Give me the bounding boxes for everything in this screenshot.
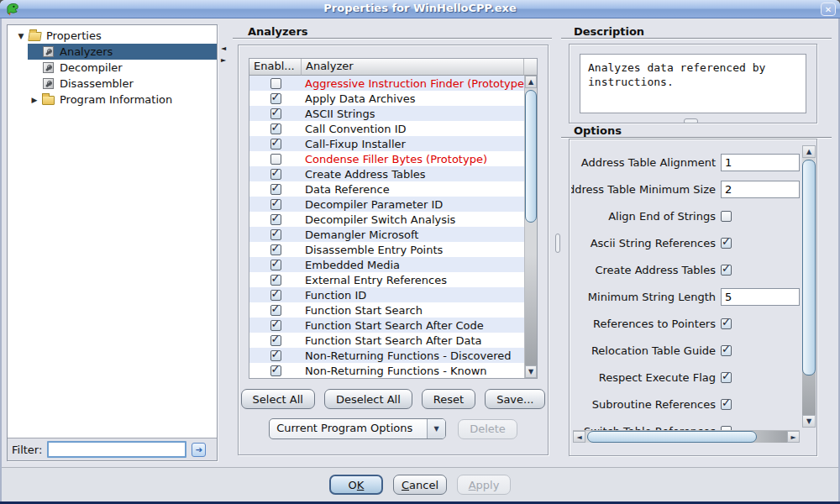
reset-button[interactable]: Reset: [422, 389, 475, 409]
option-checkbox[interactable]: [721, 238, 732, 249]
option-input[interactable]: [721, 154, 800, 171]
analyzer-enabled-checkbox[interactable]: [270, 78, 281, 89]
close-icon[interactable]: ✕: [821, 3, 836, 16]
analyzer-enabled-checkbox[interactable]: [270, 335, 281, 346]
save-button[interactable]: Save...: [485, 389, 545, 409]
options-horizontal-scrollbar[interactable]: ◄ ►: [573, 430, 800, 443]
analyzer-enabled-checkbox[interactable]: [270, 108, 281, 119]
analyzer-row[interactable]: Decompiler Parameter ID: [249, 197, 524, 212]
options-vertical-scrollbar[interactable]: ▲ ▼: [802, 145, 816, 428]
analyzer-row[interactable]: Embedded Media: [249, 257, 524, 272]
table-vertical-scrollbar[interactable]: ▲ ▼: [524, 76, 537, 378]
analyzer-row[interactable]: Function Start Search After Data: [249, 333, 524, 348]
analyzer-icon: [41, 45, 56, 58]
option-input[interactable]: [721, 288, 800, 306]
options-configuration-combobox[interactable]: Current Program Options ▼: [269, 418, 446, 439]
analyzer-name: Non-Returning Functions - Discovered: [302, 349, 524, 362]
table-scroll-track[interactable]: [525, 88, 537, 365]
analyzer-row[interactable]: Function Start Search After Code: [249, 318, 524, 333]
column-header-analyzer[interactable]: Analyzer: [302, 59, 524, 76]
analyzer-enabled-checkbox[interactable]: [270, 365, 281, 376]
analyzer-enabled-checkbox[interactable]: [270, 184, 281, 195]
analyzer-row[interactable]: Function ID: [249, 287, 524, 302]
option-label: Align End of Strings: [608, 210, 716, 223]
tree-node[interactable]: Disassembler: [8, 76, 217, 92]
select-all-button[interactable]: Select All: [241, 389, 315, 409]
delete-button[interactable]: Delete: [458, 419, 517, 439]
analyzer-name: Non-Returning Functions - Known: [302, 365, 524, 377]
option-row: Relocation Table Guide: [571, 337, 801, 364]
tree-node[interactable]: Decompiler: [8, 60, 217, 76]
analyzer-row[interactable]: Create Address Tables: [249, 166, 524, 181]
option-checkbox[interactable]: [721, 399, 732, 410]
analyzer-enabled-checkbox[interactable]: [270, 199, 281, 210]
options-hscroll-thumb[interactable]: [587, 431, 757, 443]
column-header-enabled[interactable]: Enabl...: [249, 59, 302, 76]
filter-config-icon[interactable]: ➔: [192, 443, 206, 457]
analyzer-row[interactable]: Aggressive Instruction Finder (Prototype…: [249, 76, 524, 91]
analyzer-row[interactable]: Non-Returning Functions - Discovered: [249, 348, 524, 363]
analyzer-enabled-checkbox[interactable]: [270, 320, 281, 331]
scroll-up-icon[interactable]: ▲: [525, 76, 537, 88]
analyzer-name: Disassemble Entry Points: [302, 244, 524, 256]
analyzer-row[interactable]: External Entry References: [249, 272, 524, 287]
apply-button[interactable]: Apply: [457, 475, 511, 495]
tree-node[interactable]: Analyzers: [8, 44, 217, 60]
analyzer-row[interactable]: Data Reference: [249, 181, 524, 197]
ok-button[interactable]: OK: [329, 475, 383, 495]
analyzer-enabled-checkbox[interactable]: [270, 139, 281, 150]
titlebar[interactable]: Properties for WinHelloCPP.exe ✕: [0, 0, 840, 18]
table-scroll-thumb[interactable]: [525, 90, 537, 223]
analyzer-enabled-checkbox[interactable]: [270, 275, 281, 286]
analyzer-row[interactable]: Call-Fixup Installer: [249, 136, 524, 151]
vertical-splitter-grip[interactable]: [555, 234, 560, 253]
scroll-down-icon[interactable]: ▼: [525, 365, 537, 378]
analyzer-enabled-checkbox[interactable]: [270, 229, 281, 240]
option-checkbox[interactable]: [721, 265, 732, 276]
analyzer-enabled-checkbox[interactable]: [270, 305, 281, 316]
analyzer-enabled-checkbox[interactable]: [270, 154, 281, 165]
analyzer-row[interactable]: Demangler Microsoft: [249, 227, 524, 242]
analyzer-row[interactable]: Decompiler Switch Analysis: [249, 212, 524, 227]
filter-input[interactable]: [47, 441, 186, 458]
scroll-down-icon[interactable]: ▼: [802, 415, 816, 428]
analyzer-enabled-checkbox[interactable]: [270, 244, 281, 255]
analyzer-enabled-checkbox[interactable]: [270, 93, 281, 104]
options-scroll-track[interactable]: [802, 158, 816, 415]
options-rows: Address Table Alignment Address Table Mi…: [571, 141, 801, 430]
analyzer-enabled-checkbox[interactable]: [270, 350, 281, 361]
folder-open-icon: [28, 29, 43, 42]
splitter-expand-right-icon[interactable]: ►: [218, 55, 228, 66]
options-scroll-thumb[interactable]: [802, 160, 816, 375]
cancel-button[interactable]: Cancel: [393, 475, 447, 495]
analyzer-row[interactable]: Function Start Search: [249, 302, 524, 318]
analyzer-row[interactable]: Non-Returning Functions - Known: [249, 363, 524, 378]
option-checkbox[interactable]: [721, 372, 732, 383]
analyzer-icon: [41, 61, 56, 74]
analyzer-enabled-checkbox[interactable]: [270, 260, 281, 270]
analyzer-row[interactable]: Disassemble Entry Points: [249, 242, 524, 257]
tree-node[interactable]: ▼ Properties: [8, 28, 217, 44]
analyzer-row[interactable]: Apply Data Archives: [249, 91, 524, 106]
analyzer-row[interactable]: Condense Filler Bytes (Prototype): [249, 151, 524, 166]
analyzer-enabled-checkbox[interactable]: [270, 214, 281, 225]
tree-node[interactable]: ▶ Program Information: [8, 92, 217, 108]
option-input[interactable]: [721, 181, 800, 198]
analyzer-enabled-checkbox[interactable]: [270, 123, 281, 134]
analyzers-panel: Analyzers Enabl... Analyzer Aggressive I…: [233, 25, 552, 458]
analyzer-enabled-checkbox[interactable]: [270, 290, 281, 301]
analyzer-row[interactable]: Call Convention ID: [249, 121, 524, 136]
scroll-up-icon[interactable]: ▲: [802, 145, 816, 158]
scroll-right-icon[interactable]: ►: [787, 431, 800, 443]
options-hscroll-track[interactable]: [585, 431, 787, 443]
option-checkbox[interactable]: [721, 211, 732, 222]
tree-collapsed-icon[interactable]: ▶: [28, 96, 41, 104]
option-checkbox[interactable]: [721, 318, 732, 329]
analyzer-row[interactable]: ASCII Strings: [249, 106, 524, 121]
analyzer-enabled-checkbox[interactable]: [270, 169, 281, 180]
splitter-collapse-left-icon[interactable]: ◄: [218, 44, 228, 54]
deselect-all-button[interactable]: Deselect All: [324, 389, 412, 409]
tree-expanded-icon[interactable]: ▼: [14, 32, 28, 40]
option-checkbox[interactable]: [721, 345, 732, 356]
scroll-left-icon[interactable]: ◄: [573, 431, 585, 443]
